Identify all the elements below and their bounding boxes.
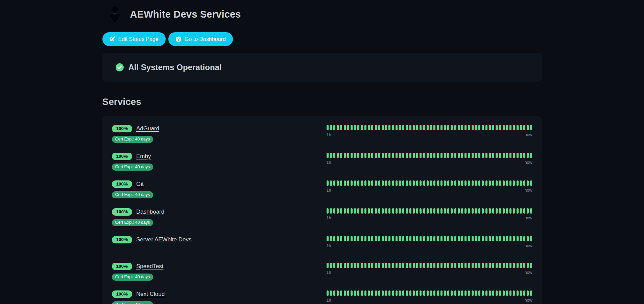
heartbeat-bar	[337, 263, 339, 268]
heartbeat-bar	[406, 153, 408, 158]
heartbeat-bar	[454, 236, 456, 241]
heartbeat-bar	[337, 180, 339, 186]
heartbeat-bar	[527, 153, 529, 158]
monitor-row: 100%Next CloudCert Exp.: 40 days1hnow	[112, 285, 532, 304]
uptime-badge: 100%	[112, 236, 133, 243]
heartbeat-bar	[327, 125, 329, 130]
heartbeat-time-labels: 1hnow	[327, 270, 532, 275]
heartbeat-bar	[406, 263, 408, 268]
heartbeat-bar	[517, 125, 519, 130]
heartbeat-bar	[527, 208, 529, 214]
monitor-name-link[interactable]: Dashboard	[136, 209, 164, 215]
heartbeat-bar	[333, 290, 335, 296]
heartbeat-bar	[437, 180, 439, 186]
check-circle-icon	[115, 63, 124, 72]
heartbeat-bar	[509, 263, 511, 268]
heartbeat-bar	[361, 263, 363, 268]
heartbeat-bar	[478, 208, 480, 214]
go-to-dashboard-button[interactable]: Go to Dashboard	[168, 32, 233, 46]
heartbeat-bar	[444, 263, 446, 268]
heartbeat-window-end: now	[525, 132, 532, 137]
heartbeat-bar	[427, 153, 429, 158]
heartbeat-bar	[378, 208, 380, 214]
monitor-name-link[interactable]: SpeedTest	[136, 263, 163, 270]
heartbeat-bar	[340, 180, 342, 186]
heartbeat-bar	[485, 153, 487, 158]
heartbeat-bar	[330, 125, 332, 130]
heartbeat-bar	[357, 208, 359, 214]
monitor-info: 100%Server AEWhite Devs	[112, 236, 192, 253]
monitor-info: 100%AdGuardCert Exp.: 40 days	[112, 125, 160, 143]
heartbeat-bar	[385, 180, 387, 186]
monitor-info: 100%GitCert Exp.: 40 days	[112, 180, 153, 198]
monitor-name-link[interactable]: Emby	[136, 153, 151, 160]
heartbeat-area: 1hnow	[327, 180, 532, 193]
heartbeat-bar	[444, 125, 446, 130]
heartbeat-bar	[371, 208, 373, 214]
heartbeat-bar	[513, 125, 515, 130]
heartbeat-bar	[492, 180, 494, 186]
monitor-name-link[interactable]: AdGuard	[136, 125, 159, 132]
heartbeat-bar	[444, 153, 446, 158]
dashboard-gauge-icon	[175, 36, 182, 42]
monitor-row: 100%AdGuardCert Exp.: 40 days1hnow	[112, 120, 532, 148]
heartbeat-bar	[368, 290, 370, 296]
heartbeat-bar	[368, 236, 370, 241]
heartbeat-bar	[458, 263, 460, 268]
heartbeat-bar	[371, 290, 373, 296]
heartbeat-bar	[444, 290, 446, 296]
heartbeat-bar	[361, 208, 363, 214]
heartbeat-window-start: 1h	[327, 160, 331, 165]
heartbeat-bar	[388, 236, 390, 241]
heartbeat-bar	[458, 125, 460, 130]
heartbeat-bar	[364, 236, 366, 241]
monitor-name-link[interactable]: Git	[136, 181, 144, 188]
heartbeat-bar	[437, 125, 439, 130]
heartbeat-bar-strip	[327, 208, 532, 214]
heartbeat-bar	[496, 153, 498, 158]
heartbeat-bar	[388, 180, 390, 186]
heartbeat-bar	[447, 236, 449, 241]
heartbeat-bar	[382, 180, 384, 186]
heartbeat-bar	[475, 263, 477, 268]
heartbeat-bar	[464, 263, 467, 268]
heartbeat-bar	[506, 208, 508, 214]
heartbeat-bar	[413, 290, 415, 296]
heartbeat-bar	[447, 125, 449, 130]
heartbeat-bar	[464, 180, 467, 186]
uptime-badge: 100%	[112, 263, 133, 270]
heartbeat-bar	[409, 125, 411, 130]
heartbeat-bar	[420, 290, 422, 296]
heartbeat-bar	[433, 153, 435, 158]
heartbeat-bar	[409, 290, 411, 296]
heartbeat-bar	[330, 153, 332, 158]
heartbeat-bar	[478, 236, 480, 241]
heartbeat-bar-strip	[327, 153, 532, 158]
page-title: AEWhite Devs Services	[130, 9, 241, 20]
heartbeat-bar	[420, 180, 422, 186]
heartbeat-bar	[451, 125, 453, 130]
heartbeat-bar	[388, 208, 390, 214]
heartbeat-bar	[523, 236, 525, 241]
heartbeat-bar	[347, 263, 349, 268]
heartbeat-bar	[499, 125, 501, 130]
heartbeat-bar	[385, 290, 387, 296]
heartbeat-bar	[517, 236, 519, 241]
heartbeat-bar	[347, 290, 349, 296]
heartbeat-bar	[513, 208, 515, 214]
heartbeat-bar	[420, 263, 422, 268]
monitor-name-link[interactable]: Next Cloud	[136, 291, 165, 298]
heartbeat-bar	[399, 180, 401, 186]
heartbeat-bar	[420, 236, 422, 241]
heartbeat-bar	[361, 290, 363, 296]
heartbeat-bar	[382, 153, 384, 158]
heartbeat-bar	[461, 290, 463, 296]
heartbeat-bar	[333, 180, 335, 186]
heartbeat-bar	[485, 208, 487, 214]
edit-status-page-button[interactable]: Edit Status Page	[102, 32, 166, 46]
heartbeat-bar	[333, 236, 335, 241]
heartbeat-bar	[392, 236, 394, 241]
heartbeat-bar	[458, 236, 460, 241]
logo-silhouette-icon	[108, 5, 122, 24]
heartbeat-bar	[499, 208, 501, 214]
